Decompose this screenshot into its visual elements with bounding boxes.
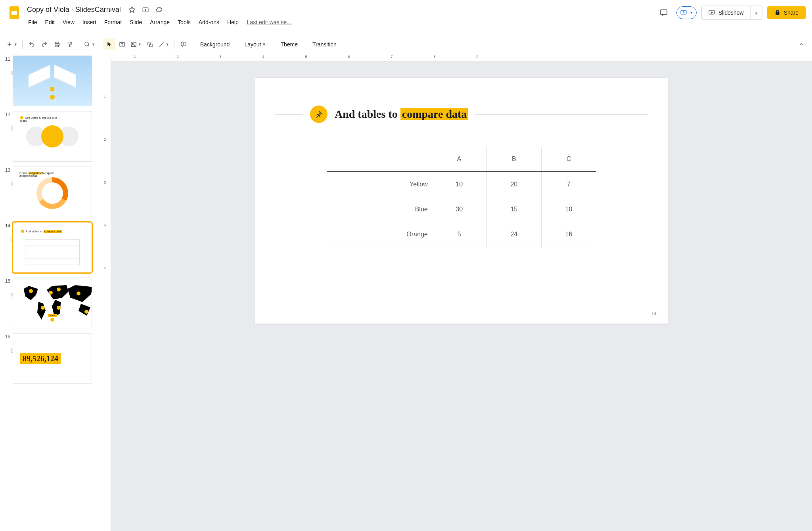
transition-button[interactable]: Transition: [308, 38, 341, 50]
chevron-down-icon: ▼: [14, 42, 17, 46]
theme-button[interactable]: Theme: [276, 38, 302, 50]
horizontal-ruler: 123456789: [111, 53, 812, 62]
image-tool[interactable]: ▼: [129, 38, 143, 50]
menu-arrange[interactable]: Arrange: [146, 17, 173, 27]
table-row: Blue301510: [327, 197, 596, 222]
new-slide-button[interactable]: ▼: [5, 38, 19, 50]
chevron-down-icon: ▼: [262, 42, 266, 46]
workspace: 11⌨ 12⌨Use charts to explain yourideas13…: [0, 53, 812, 531]
chevron-down-icon: ▼: [166, 42, 169, 46]
slide-thumb-11[interactable]: 11⌨: [2, 56, 102, 106]
paint-format-button[interactable]: [64, 38, 76, 50]
move-icon[interactable]: [140, 4, 151, 15]
chevron-down-icon: ▼: [92, 42, 95, 46]
slide-canvas-wrap: 12345 123456789 And tables to compare da…: [102, 53, 812, 531]
share-button[interactable]: Share: [767, 6, 806, 19]
redo-button[interactable]: [38, 38, 50, 50]
decorative-line: [275, 114, 303, 115]
current-slide[interactable]: And tables to compare data ABC Yellow102…: [255, 78, 668, 324]
chevron-down-icon: ▼: [138, 42, 142, 46]
comments-icon[interactable]: [656, 5, 672, 21]
textbox-tool[interactable]: [116, 38, 128, 50]
document-title[interactable]: Copy of Viola · SlidesCarnival: [25, 5, 123, 15]
last-edit-link[interactable]: Last edit was se…: [247, 19, 292, 25]
toolbar: ▼ ▼ ▼ ▼ Background Layout▼ Theme Transit…: [0, 36, 812, 53]
line-tool[interactable]: ▼: [157, 38, 171, 50]
collapse-toolbar-button[interactable]: [795, 38, 807, 50]
svg-point-9: [85, 42, 88, 46]
present-to-button[interactable]: ▼: [676, 6, 697, 19]
layout-button[interactable]: Layout▼: [240, 38, 270, 50]
menu-add-ons[interactable]: Add-ons: [195, 17, 223, 27]
chevron-down-icon: ▼: [755, 12, 758, 15]
cloud-status-icon[interactable]: [153, 4, 165, 15]
menu-edit[interactable]: Edit: [42, 17, 58, 27]
pin-icon: [310, 105, 327, 123]
menu-insert[interactable]: Insert: [79, 17, 100, 27]
undo-button[interactable]: [26, 38, 38, 50]
decorative-line: [475, 114, 648, 115]
menu-bar: FileEditViewInsertFormatSlideArrangeTool…: [25, 17, 656, 28]
table-header: C: [541, 147, 596, 172]
svg-rect-1: [11, 11, 17, 15]
chevron-down-icon: ▼: [689, 11, 693, 15]
menu-view[interactable]: View: [59, 17, 78, 27]
slide-title: And tables to compare data: [335, 108, 468, 121]
menu-format[interactable]: Format: [101, 17, 125, 27]
slides-app-icon[interactable]: [6, 5, 22, 21]
menu-slide[interactable]: Slide: [126, 17, 146, 27]
shape-tool[interactable]: [144, 38, 156, 50]
slideshow-label: Slideshow: [718, 10, 744, 16]
star-icon[interactable]: [126, 4, 138, 15]
zoom-button[interactable]: ▼: [82, 38, 97, 50]
filmstrip[interactable]: 11⌨ 12⌨Use charts to explain yourideas13…: [0, 53, 102, 531]
print-button[interactable]: [51, 38, 63, 50]
menu-tools[interactable]: Tools: [174, 17, 194, 27]
select-tool[interactable]: [103, 38, 115, 50]
table-header: B: [486, 147, 541, 172]
svg-rect-14: [149, 44, 152, 47]
slide-thumb-12[interactable]: 12⌨Use charts to explain yourideas: [2, 111, 102, 162]
menu-help[interactable]: Help: [224, 17, 242, 27]
app-header: Copy of Viola · SlidesCarnival FileEditV…: [0, 0, 812, 36]
table-row: Yellow10207: [327, 172, 596, 197]
background-button[interactable]: Background: [196, 38, 234, 50]
table-row: Orange52416: [327, 222, 596, 247]
slideshow-dropdown[interactable]: ▼: [751, 6, 762, 20]
share-label: Share: [784, 10, 799, 16]
slideshow-button[interactable]: Slideshow: [701, 6, 751, 20]
menu-file[interactable]: File: [25, 17, 41, 27]
svg-rect-3: [661, 10, 667, 15]
slide-thumb-15[interactable]: 15⌨Maps: [2, 278, 102, 328]
comment-add-button[interactable]: [178, 38, 190, 50]
slide-page-number: 14: [651, 311, 657, 316]
table-header: A: [432, 147, 486, 172]
slide-thumb-13[interactable]: 13⌨Or use diagrams to explaincomplex ide…: [2, 167, 102, 217]
vertical-ruler: 12345: [102, 53, 111, 531]
slide-thumb-14[interactable]: 14⌨And tables to compare data: [2, 222, 102, 273]
data-table: ABC Yellow10207Blue301510Orange52416: [327, 147, 596, 247]
slide-thumb-16[interactable]: 16⌨89,526,124: [2, 333, 102, 384]
